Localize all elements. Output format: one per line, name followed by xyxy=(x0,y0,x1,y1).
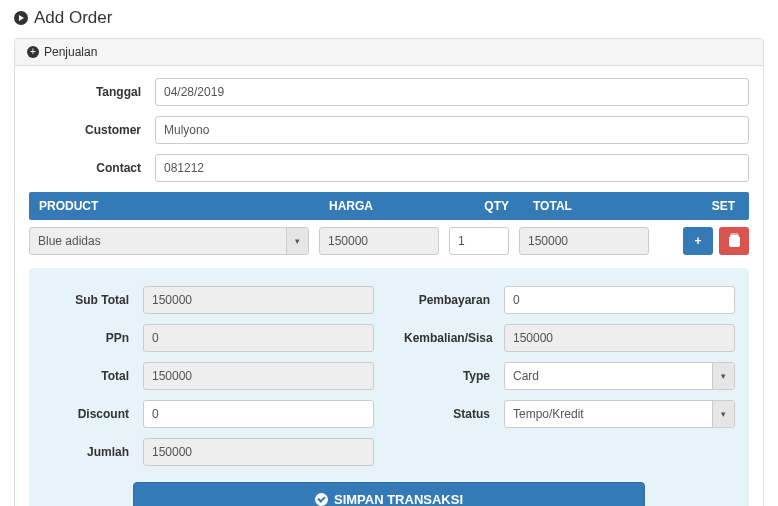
label-total: Total xyxy=(43,369,143,383)
page-title: Add Order xyxy=(14,8,764,28)
product-select[interactable]: ▾ xyxy=(29,227,309,255)
page-title-text: Add Order xyxy=(34,8,112,28)
input-tanggal[interactable] xyxy=(155,78,749,106)
row-customer: Customer xyxy=(29,116,749,144)
input-total2[interactable] xyxy=(143,362,374,390)
label-customer: Customer xyxy=(29,123,155,137)
label-status: Status xyxy=(404,407,504,421)
simpan-button[interactable]: SIMPAN TRANSAKSI xyxy=(133,482,645,506)
th-harga: HARGA xyxy=(319,199,449,213)
label-pembayaran: Pembayaran xyxy=(404,293,504,307)
th-product: PRODUCT xyxy=(39,199,319,213)
plus-circle-icon: + xyxy=(27,46,39,58)
input-ppn[interactable] xyxy=(143,324,374,352)
input-pembayaran[interactable] xyxy=(504,286,735,314)
input-customer[interactable] xyxy=(155,116,749,144)
label-contact: Contact xyxy=(29,161,155,175)
row-contact: Contact xyxy=(29,154,749,182)
type-select[interactable]: ▾ xyxy=(504,362,735,390)
label-ppn: PPn xyxy=(43,331,143,345)
add-row-button[interactable] xyxy=(683,227,713,255)
th-qty: QTY xyxy=(449,199,519,213)
trash-icon xyxy=(729,235,740,247)
summary-panel: Sub Total PPn Total Discount Jumlah Pemb… xyxy=(29,268,749,506)
label-tanggal: Tanggal xyxy=(29,85,155,99)
status-select-value[interactable] xyxy=(504,400,735,428)
delete-row-button[interactable] xyxy=(719,227,749,255)
input-kembalian[interactable] xyxy=(504,324,735,352)
label-type: Type xyxy=(404,369,504,383)
input-total[interactable] xyxy=(519,227,649,255)
check-circle-icon xyxy=(315,493,328,506)
status-select[interactable]: ▾ xyxy=(504,400,735,428)
chevron-down-icon: ▾ xyxy=(286,228,308,254)
label-kembalian: Kembalian/Sisa xyxy=(404,331,504,345)
label-jumlah: Jumlah xyxy=(43,445,143,459)
label-discount: Discount xyxy=(43,407,143,421)
input-discount[interactable] xyxy=(143,400,374,428)
chevron-down-icon: ▾ xyxy=(712,363,734,389)
type-select-value[interactable] xyxy=(504,362,735,390)
play-circle-icon xyxy=(14,11,28,25)
input-qty[interactable] xyxy=(449,227,509,255)
panel-heading: + Penjualan xyxy=(15,39,763,66)
input-jumlah[interactable] xyxy=(143,438,374,466)
product-table-header: PRODUCT HARGA QTY TOTAL SET xyxy=(29,192,749,220)
chevron-down-icon: ▾ xyxy=(712,401,734,427)
row-tanggal: Tanggal xyxy=(29,78,749,106)
panel-heading-text: Penjualan xyxy=(44,45,97,59)
plus-icon xyxy=(694,234,701,248)
order-panel: + Penjualan Tanggal Customer Contact PRO… xyxy=(14,38,764,506)
th-set: SET xyxy=(649,199,739,213)
label-subtotal: Sub Total xyxy=(43,293,143,307)
input-harga[interactable] xyxy=(319,227,439,255)
product-select-value[interactable] xyxy=(29,227,309,255)
input-subtotal[interactable] xyxy=(143,286,374,314)
simpan-label: SIMPAN TRANSAKSI xyxy=(334,492,463,507)
table-row: ▾ xyxy=(29,220,749,262)
input-contact[interactable] xyxy=(155,154,749,182)
th-total: TOTAL xyxy=(519,199,649,213)
